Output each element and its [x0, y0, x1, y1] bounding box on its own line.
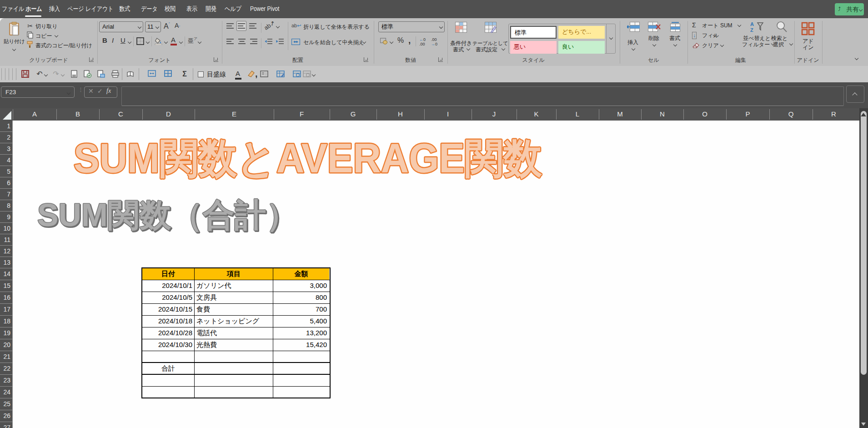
- table-sum-amount[interactable]: [273, 363, 329, 374]
- column-header-E[interactable]: E: [195, 108, 274, 121]
- print-blue-icon[interactable]: [97, 70, 105, 78]
- table-amount-1[interactable]: 800: [273, 292, 329, 303]
- cell-style-chip-0[interactable]: 標準: [510, 26, 557, 39]
- column-header-D[interactable]: D: [142, 108, 195, 121]
- table-empty[interactable]: [195, 375, 273, 386]
- conditional-formatting-button[interactable]: 条件付き 書式: [449, 22, 473, 33]
- table-amount-5[interactable]: 15,420: [273, 339, 329, 351]
- table-sum-label[interactable]: 合計: [142, 363, 195, 374]
- cell-style-chip-3[interactable]: 良い: [558, 41, 605, 54]
- row-header-6[interactable]: 6: [0, 179, 10, 186]
- wordart-subtitle[interactable]: SUM関数（合計） SUM関数（合計）: [33, 190, 333, 238]
- scroll-up-icon[interactable]: [861, 113, 866, 116]
- row-headers[interactable]: 1234567891011121314151617181920212223242…: [0, 121, 13, 428]
- table-empty[interactable]: [195, 387, 273, 398]
- alignment-dialog-launcher[interactable]: [364, 57, 368, 62]
- ruby-button[interactable]: 亜ア: [188, 36, 197, 45]
- merge-center-dropdown[interactable]: [362, 40, 366, 44]
- qat-overflow-chevron[interactable]: [312, 73, 316, 76]
- table-item-2[interactable]: 食費: [195, 304, 273, 315]
- table-empty[interactable]: [273, 351, 329, 362]
- number-format-combo[interactable]: 標準: [378, 21, 445, 32]
- row-header-26[interactable]: 26: [0, 412, 10, 419]
- table-header-0[interactable]: 日付: [142, 268, 195, 280]
- table-date-2[interactable]: 2024/10/15: [142, 304, 195, 315]
- gallery-more-dropdown[interactable]: [609, 36, 613, 40]
- menu-tab-8[interactable]: 開発: [206, 0, 216, 18]
- comma-style-button[interactable]: ,: [408, 35, 411, 45]
- print-check-icon[interactable]: [84, 70, 92, 78]
- percent-style-button[interactable]: %: [397, 36, 404, 45]
- row-header-8[interactable]: 8: [0, 202, 10, 209]
- font-color-dropdown[interactable]: [179, 40, 183, 44]
- row-header-10[interactable]: 10: [0, 225, 10, 232]
- underline-dropdown[interactable]: [128, 40, 131, 44]
- table-empty[interactable]: [142, 351, 195, 362]
- expense-table[interactable]: 日付項目金額2024/10/1ガソリン代3,0002024/10/5文房具800…: [141, 267, 331, 398]
- format-as-table-button[interactable]: テーブルとして 書式設定: [473, 22, 508, 33]
- align-center-button[interactable]: [238, 38, 246, 45]
- column-headers[interactable]: ABCDEFGHIJKLMNOPQR: [0, 108, 859, 121]
- name-box[interactable]: F23: [1, 86, 75, 98]
- table-empty[interactable]: [195, 351, 273, 362]
- table-empty[interactable]: [142, 387, 195, 398]
- undo-icon[interactable]: ↶: [35, 70, 44, 78]
- table-date-0[interactable]: 2024/10/1: [142, 280, 195, 292]
- column-header-I[interactable]: I: [424, 108, 472, 121]
- column-header-B[interactable]: B: [56, 108, 99, 121]
- align-left-button[interactable]: [226, 38, 234, 45]
- fill-color-dropdown[interactable]: [164, 40, 168, 44]
- row-header-17[interactable]: 17: [0, 306, 10, 313]
- autosum-button[interactable]: Σ オート SUM: [692, 21, 696, 29]
- column-header-M[interactable]: M: [599, 108, 641, 121]
- gallery-scroll[interactable]: [606, 24, 615, 53]
- orientation-button[interactable]: ab↗: [263, 19, 276, 31]
- column-header-R[interactable]: R: [813, 108, 855, 121]
- format-cells-button[interactable]: 書式: [666, 22, 685, 32]
- number-dialog-launcher[interactable]: [438, 57, 443, 62]
- table-amount-0[interactable]: 3,000: [273, 280, 329, 292]
- comma-qat-icon[interactable]: ,: [255, 69, 258, 79]
- row-header-2[interactable]: 2: [0, 134, 10, 141]
- table-empty[interactable]: [142, 375, 195, 386]
- insert-cells-button[interactable]: 挿入: [624, 22, 643, 32]
- delete-cells-button[interactable]: 削除: [645, 22, 664, 32]
- table-empty[interactable]: [273, 375, 329, 386]
- table-header-1[interactable]: 項目: [195, 268, 273, 280]
- save-icon[interactable]: [21, 70, 30, 78]
- column-header-K[interactable]: K: [517, 108, 556, 121]
- undo-dropdown[interactable]: [44, 73, 48, 76]
- menu-tab-3[interactable]: ページ レイアウト: [67, 0, 114, 18]
- row-header-3[interactable]: 3: [0, 145, 10, 152]
- table-item-1[interactable]: 文房具: [195, 292, 273, 303]
- table-empty[interactable]: [273, 387, 329, 398]
- row-header-7[interactable]: 7: [0, 191, 10, 198]
- formula-input[interactable]: [121, 86, 844, 106]
- select-all-button[interactable]: [0, 108, 13, 121]
- table-item-3[interactable]: ネットショッピング: [195, 316, 273, 327]
- row-header-13[interactable]: 13: [0, 259, 10, 266]
- menu-tab-0[interactable]: ファイル: [2, 0, 24, 18]
- table-date-5[interactable]: 2024/10/30: [142, 339, 195, 351]
- table-amount-4[interactable]: 13,200: [273, 327, 329, 339]
- formula-bar-expand-button[interactable]: [846, 86, 864, 103]
- print-preview-icon[interactable]: [71, 70, 79, 78]
- borders-button[interactable]: [136, 37, 144, 45]
- printer-icon[interactable]: [111, 70, 120, 78]
- insert-function-icon[interactable]: fx: [106, 87, 111, 95]
- row-header-11[interactable]: 11: [0, 236, 10, 243]
- format-painter-qat-icon[interactable]: [247, 70, 256, 78]
- merge-qat-icon[interactable]: [148, 70, 156, 78]
- table-date-3[interactable]: 2024/10/18: [142, 316, 195, 327]
- cell-style-chip-1[interactable]: どちらで...: [558, 26, 605, 39]
- row-header-27[interactable]: 27: [0, 424, 10, 428]
- name-box-splitter[interactable]: ⋮: [78, 89, 80, 96]
- row-header-22[interactable]: 22: [0, 365, 10, 372]
- vertical-scrollbar[interactable]: [859, 108, 868, 428]
- paste-button[interactable]: 貼り付け: [5, 22, 25, 56]
- decrease-indent-button[interactable]: [265, 38, 272, 45]
- column-header-F[interactable]: F: [274, 108, 330, 121]
- scroll-down-icon[interactable]: [861, 423, 866, 426]
- table-date-1[interactable]: 2024/10/5: [142, 292, 195, 303]
- menu-tab-5[interactable]: データ: [141, 0, 158, 18]
